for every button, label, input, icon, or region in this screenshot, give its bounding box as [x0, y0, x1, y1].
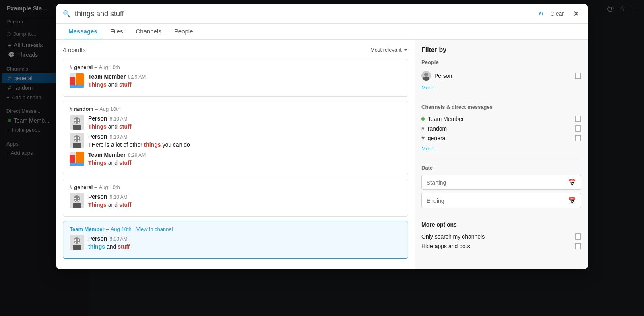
tab-channels[interactable]: Channels	[130, 24, 167, 40]
filter-person-item: Person	[421, 69, 581, 82]
svg-rect-10	[73, 143, 81, 148]
option-label: Hide apps and bots	[421, 243, 470, 249]
card-channel-line: # random – Aug 10th	[70, 106, 401, 112]
highlight-things: Things	[88, 123, 107, 130]
message-time: 8:03 AM	[109, 236, 127, 242]
card-date: Aug 10th	[99, 106, 120, 112]
results-pane: 4 results Most relevant # general – Aug …	[56, 40, 415, 269]
search-input[interactable]	[75, 10, 535, 18]
card-channel-line: # general – Aug 10th	[70, 64, 401, 70]
date-ending-input[interactable]	[427, 198, 568, 204]
search-bar: 🔍 ↻ Clear ✕	[56, 4, 588, 24]
message-content: Person 6:10 AM THere is a lot of other t…	[88, 133, 401, 149]
result-card-highlighted: Team Member – Aug 10th View in channel	[63, 221, 408, 259]
card-date: Aug 10th	[99, 184, 120, 190]
filter-item-left: # general	[421, 135, 447, 141]
author-line: Person 6:10 AM	[88, 115, 401, 122]
filter-channel-item-general: # general	[421, 133, 581, 143]
card-channel-line: Team Member – Aug 10th View in channel	[70, 226, 401, 232]
card-date: Aug 10th	[99, 64, 120, 70]
search-modal: 🔍 ↻ Clear ✕ Messages Files Channels Peop…	[56, 4, 588, 269]
svg-rect-18	[73, 203, 81, 208]
svg-point-7	[78, 119, 79, 121]
filter-channel-checkbox[interactable]	[575, 135, 581, 141]
tab-messages[interactable]: Messages	[63, 24, 103, 40]
highlight-stuff: stuff	[119, 160, 131, 166]
filter-separator	[421, 99, 581, 99]
message-author: Team Member	[88, 73, 126, 80]
hash-icon: #	[421, 135, 425, 141]
online-dot	[421, 117, 425, 121]
highlight-things: things	[144, 141, 161, 148]
svg-rect-28	[423, 77, 429, 81]
option-checkbox[interactable]	[575, 243, 581, 249]
option-item-my-channels: Only search my channels	[421, 232, 581, 241]
filter-person-checkbox[interactable]	[575, 73, 581, 79]
card-separator: –	[95, 106, 98, 112]
modal-overlay: 🔍 ↻ Clear ✕ Messages Files Channels Peop…	[0, 0, 644, 316]
svg-point-12	[78, 137, 79, 139]
person-avatar-img	[70, 115, 84, 130]
filter-channel-checkbox[interactable]	[575, 116, 581, 122]
person-avatar-img	[70, 193, 84, 208]
message-text: THere is a lot of other things you can d…	[88, 141, 401, 149]
avatar	[70, 133, 84, 148]
svg-point-27	[424, 73, 428, 77]
hash-icon: #	[70, 64, 72, 70]
tab-people[interactable]: People	[169, 24, 199, 40]
svg-point-19	[74, 198, 76, 199]
svg-rect-5	[73, 125, 81, 130]
filter-channel-checkbox[interactable]	[575, 125, 581, 132]
svg-point-25	[78, 239, 79, 241]
filter-channels-section: Channels & direct messages Team Member #…	[421, 104, 581, 152]
filter-people-more[interactable]: More...	[421, 85, 581, 91]
filter-date-section: Date 📅 📅	[421, 165, 581, 208]
option-checkbox[interactable]	[575, 233, 581, 240]
message-content: Person 8:03 AM things and stuff	[88, 235, 401, 251]
message-text: Things and stuff	[88, 81, 401, 89]
message-text: Things and stuff	[88, 201, 401, 209]
tab-files[interactable]: Files	[105, 24, 129, 40]
filter-item-left: Team Member	[421, 116, 464, 122]
message-time: 8:29 AM	[128, 74, 146, 80]
sort-label: Most relevant	[370, 47, 402, 53]
svg-rect-2	[70, 85, 84, 88]
card-date: Aug 10th	[111, 226, 132, 232]
avatar	[70, 152, 84, 166]
date-starting-input[interactable]	[427, 179, 568, 186]
team-member-avatar-img	[70, 152, 84, 166]
calendar-icon: 📅	[568, 179, 576, 186]
view-in-channel-link[interactable]: View in channel	[136, 226, 173, 232]
filter-person-name: Person	[434, 73, 452, 79]
message-author: Person	[88, 193, 107, 200]
close-button[interactable]: ✕	[571, 8, 581, 19]
option-label: Only search my channels	[421, 233, 485, 240]
author-line: Team Member 8:29 AM	[88, 152, 401, 158]
hash-icon: #	[421, 125, 425, 132]
date-ending-wrap[interactable]: 📅	[421, 193, 581, 208]
date-starting-wrap[interactable]: 📅	[421, 175, 581, 190]
filter-channel-name: random	[428, 125, 447, 132]
svg-point-24	[74, 239, 76, 241]
filter-more-options-section: More options Only search my channels Hid…	[421, 221, 581, 251]
highlight-things: Things	[88, 202, 107, 208]
sort-dropdown[interactable]: Most relevant	[370, 47, 408, 53]
svg-point-11	[74, 137, 76, 139]
search-tabs: Messages Files Channels People	[56, 24, 588, 40]
filter-item-left: # random	[421, 125, 447, 132]
avatar	[70, 235, 84, 250]
message-time: 6:10 AM	[109, 194, 127, 200]
hash-icon: #	[70, 106, 72, 112]
message-content: Team Member 8:29 AM Things and stuff	[88, 73, 401, 89]
message-author: Person	[88, 235, 107, 242]
clear-button[interactable]: Clear	[547, 9, 567, 19]
author-line: Person 8:03 AM	[88, 235, 401, 242]
filter-channels-label: Channels & direct messages	[421, 104, 581, 110]
card-dm-name: Team Member	[70, 226, 104, 232]
filter-channels-more[interactable]: More...	[421, 146, 581, 152]
filter-date-label: Date	[421, 165, 581, 171]
loading-spinner: ↻	[539, 10, 543, 17]
message-time: 6:10 AM	[109, 116, 127, 122]
hash-icon: #	[70, 184, 72, 190]
message-content: Team Member 8:29 AM Things and stuff	[88, 152, 401, 167]
